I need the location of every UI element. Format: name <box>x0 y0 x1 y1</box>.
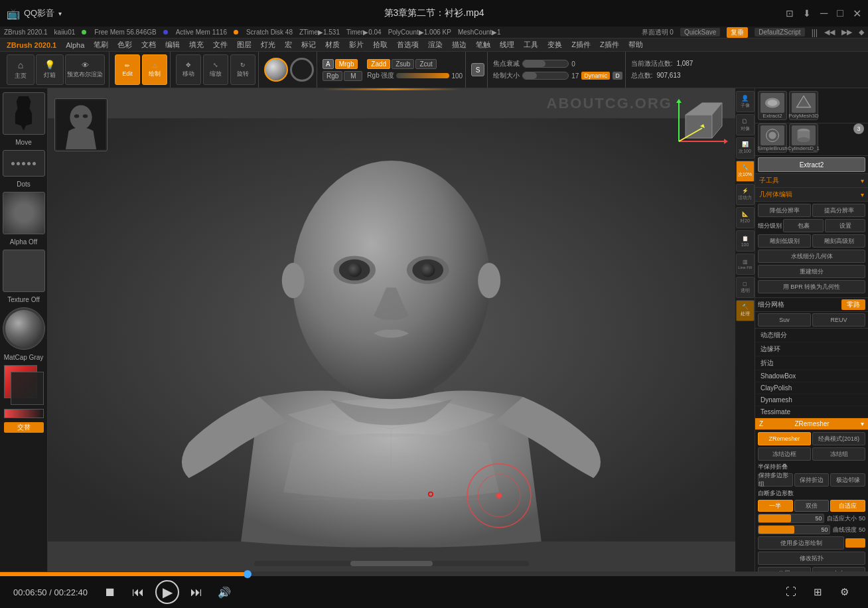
adapt-size-slider[interactable]: 50 <box>758 514 824 523</box>
tab-preview[interactable]: 👁 预览布尔渲染 <box>65 54 105 85</box>
next-btn[interactable]: ▶▶ <box>841 28 852 37</box>
s-toggle[interactable]: S <box>471 63 484 76</box>
pct100b-icon[interactable]: 📋 100 <box>736 230 755 252</box>
3d-model-viewport[interactable] <box>48 88 735 571</box>
mrgb-btn[interactable]: Mrgb <box>335 59 358 69</box>
menu-alpha[interactable]: Alpha <box>62 40 88 50</box>
tessimate-item[interactable]: Tessimate <box>755 406 868 418</box>
draw-size-slider[interactable] <box>522 72 569 80</box>
rotate-btn[interactable]: ↻ 旋转 <box>230 54 255 85</box>
set-btn[interactable]: 设置 <box>825 219 865 232</box>
adaptive-btn[interactable]: 自适应 <box>830 500 865 512</box>
edge-loop-item[interactable]: 边缘环 <box>755 342 868 356</box>
menu-document[interactable]: 文档 <box>137 38 160 51</box>
color-swatch[interactable] <box>4 365 44 405</box>
menu-material[interactable]: 材质 <box>321 38 344 51</box>
linefill-icon[interactable]: ▥ Line Fill <box>736 254 755 275</box>
menu-tool[interactable]: 工具 <box>520 38 542 51</box>
dynamic-subdivide-item[interactable]: 动态细分 <box>755 329 868 342</box>
menu-zplugin2[interactable]: Z插件 <box>596 38 623 51</box>
tool-cylinder3d[interactable]: CylindersD_1 <box>789 123 818 153</box>
menu-stroke[interactable]: 描边 <box>448 38 470 51</box>
stroke-dots[interactable] <box>3 150 45 177</box>
zremesher-section-header[interactable]: Z ZRemesher ▾ <box>755 418 868 430</box>
zsub-btn[interactable]: Zsub <box>392 59 414 69</box>
menu-marker[interactable]: 标记 <box>297 38 320 51</box>
position-btn[interactable]: 位置 <box>758 567 811 571</box>
settings2-btn[interactable]: ⚙ <box>833 581 855 603</box>
tab-home[interactable]: ⌂ 主页 <box>7 54 35 85</box>
edit-btn[interactable]: ✏ Edit <box>115 54 140 85</box>
menu-fill[interactable]: 填充 <box>185 38 208 51</box>
rebuild-btn[interactable]: 重建细分 <box>758 265 865 278</box>
close-btn[interactable]: ✕ <box>853 7 861 20</box>
water-subdivide-btn[interactable]: 水线细分几何体 <box>758 250 865 263</box>
process-icon[interactable]: 🔨 处理 <box>736 300 755 321</box>
double-btn[interactable]: 双倍 <box>794 500 830 512</box>
package-btn[interactable]: 包裹 <box>783 219 824 232</box>
pip-icon[interactable]: ⊡ <box>786 8 794 19</box>
menu-macro[interactable]: 宏 <box>281 38 296 51</box>
prev-btn[interactable]: ◀◀ <box>824 28 835 37</box>
menu-pick[interactable]: 拾取 <box>369 38 392 51</box>
fold-item[interactable]: 折边 <box>755 356 868 370</box>
progress-bar[interactable] <box>0 572 868 576</box>
tab-defaultzscript[interactable]: DefaultZScript <box>755 28 804 37</box>
sculpt-lower-btn[interactable]: 雕刻低级别 <box>758 234 811 248</box>
menu-zplugin[interactable]: Z插件 <box>567 38 595 51</box>
canvas-area[interactable]: ABOUTCG.ORG <box>48 88 735 571</box>
move-btn[interactable]: ✥ 移动 <box>176 54 201 85</box>
keep-crease-btn[interactable]: 保持折边 <box>794 473 830 487</box>
modify-topology-btn[interactable]: 修改拓扑 <box>758 552 865 565</box>
d-btn[interactable]: D <box>613 72 622 80</box>
scale-btn[interactable]: ⤡ 缩放 <box>203 54 228 85</box>
tab-chui[interactable]: 复垂 <box>727 27 748 38</box>
menu-texture[interactable]: 线理 <box>496 38 518 51</box>
lower-res-btn[interactable]: 降低分辨率 <box>758 204 811 217</box>
freeze-group-btn[interactable]: 冻结组 <box>812 447 865 461</box>
settings-icon[interactable]: ◆ <box>859 28 864 37</box>
menu-zbrush[interactable]: ZBrush 2020.1 <box>3 40 60 50</box>
half-btn[interactable]: 一半 <box>758 500 793 512</box>
volume-btn[interactable]: 🔊 <box>214 581 235 603</box>
prev-track-btn[interactable]: ⏮ <box>127 581 149 603</box>
texture-thumbnail[interactable] <box>3 250 45 292</box>
menu-preferences[interactable]: 首选项 <box>393 38 423 51</box>
pct100-icon[interactable]: 📊 次100 <box>736 137 755 159</box>
quicksave-btn[interactable]: QuickSave <box>680 28 720 37</box>
menu-help[interactable]: 帮助 <box>624 38 647 51</box>
menu-render[interactable]: 渲染 <box>424 38 447 51</box>
higher-res-btn[interactable]: 提高分辨率 <box>812 204 865 217</box>
subtool-section-header[interactable]: 子工具 ▾ <box>755 174 868 188</box>
menu-light[interactable]: 灯光 <box>257 38 279 51</box>
tool-simplebrush[interactable]: SimpleBrush <box>758 123 787 153</box>
transparent-icon[interactable]: ◻ 透明 <box>736 277 755 298</box>
menu-layer[interactable]: 图层 <box>233 38 255 51</box>
menu-brush[interactable]: 笔刷 <box>90 38 112 51</box>
screen2-btn[interactable]: ⊞ <box>807 581 828 603</box>
h-scrollbar[interactable] <box>254 561 529 566</box>
geometry-edit-header[interactable]: 几何体编辑 ▾ <box>755 188 868 202</box>
nav-controls[interactable]: ||| <box>812 28 818 37</box>
classic-mode-btn[interactable]: 经典模式(2018) <box>812 432 865 445</box>
alpha-thumbnail[interactable] <box>3 192 45 234</box>
progress-thumb[interactable] <box>244 570 252 578</box>
solid-sphere-btn[interactable] <box>264 58 288 82</box>
channel-a-btn[interactable]: A <box>323 59 334 69</box>
menu-edit[interactable]: 编辑 <box>161 38 184 51</box>
download-icon[interactable]: ⬇ <box>803 8 811 19</box>
zero-btn[interactable]: 零路 <box>841 299 865 310</box>
use-polygroup-btn[interactable]: 使用多边形绘制 <box>758 536 844 550</box>
claypolish-item[interactable]: ClayPolish <box>755 382 868 394</box>
play-btn[interactable]: ▶ <box>155 580 179 604</box>
rel-uv-btn[interactable]: REUV <box>812 313 865 327</box>
tool-extract2[interactable]: Extract2 <box>758 91 787 120</box>
gradient-slider[interactable] <box>4 409 44 418</box>
extract2-active-btn[interactable]: Extract2 <box>758 157 865 172</box>
next-track-btn[interactable]: ⏭ <box>186 581 207 603</box>
brush-thumbnail[interactable] <box>3 92 45 135</box>
nav-cube[interactable] <box>676 95 729 148</box>
dynamesh-item[interactable]: Dynamesh <box>755 394 868 406</box>
rgb-intensity-slider[interactable] <box>396 73 449 78</box>
zremesher-btn[interactable]: ZRemesher <box>758 432 811 445</box>
